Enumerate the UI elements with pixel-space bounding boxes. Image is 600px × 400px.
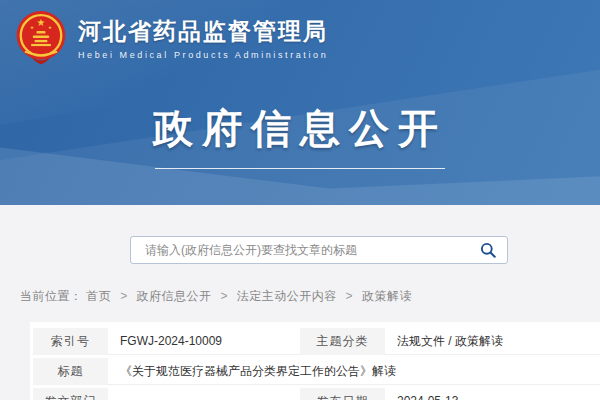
title-value: 《关于规范医疗器械产品分类界定工作的公告》解读 — [108, 358, 600, 385]
issuing-department-label: 发文部门 — [33, 388, 108, 400]
breadcrumb-separator: > — [120, 289, 128, 303]
svg-text:★: ★ — [48, 25, 52, 30]
site-logo[interactable]: ★ ★ ★ 河北省药品监督管理局 Hebei Medical Products … — [14, 9, 328, 69]
site-name-english: Hebei Medical Products Administration — [78, 50, 328, 60]
site-name: 河北省药品监督管理局 — [78, 18, 328, 46]
breadcrumb-item-home[interactable]: 首页 — [86, 289, 111, 303]
breadcrumb-separator: > — [220, 289, 228, 303]
publish-date-label: 发布日期 — [300, 388, 385, 400]
site-name-block: 河北省药品监督管理局 Hebei Medical Products Admini… — [78, 18, 328, 60]
index-number-value: FGWJ-2024-10009 — [108, 328, 300, 355]
index-number-label: 索引号 — [33, 328, 108, 355]
title-underline — [155, 168, 445, 169]
topic-category-value: 法规文件 / 政策解读 — [385, 328, 600, 355]
search-icon[interactable] — [480, 242, 497, 259]
breadcrumb-prefix: 当前位置： — [20, 289, 83, 303]
svg-text:★: ★ — [37, 17, 46, 28]
search-input[interactable] — [143, 242, 480, 258]
document-info-table: 索引号 FGWJ-2024-10009 主题分类 法规文件 / 政策解读 标题 … — [33, 325, 600, 400]
breadcrumb-separator: > — [346, 289, 354, 303]
breadcrumb: 当前位置： 首页 > 政府信息公开 > 法定主动公开内容 > 政策解读 — [20, 288, 412, 305]
publish-date-value: 2024-05-13 — [385, 388, 600, 400]
issuing-department-value — [108, 388, 300, 400]
china-national-emblem-icon: ★ ★ ★ — [14, 9, 68, 69]
svg-text:★: ★ — [30, 25, 34, 30]
page: { "header": { "site_name": "河北省药品监督管理局",… — [0, 0, 600, 400]
hero-banner: ★ ★ ★ 河北省药品监督管理局 Hebei Medical Products … — [0, 0, 600, 205]
search-box[interactable] — [130, 236, 508, 264]
page-title: 政府信息公开 — [0, 101, 600, 156]
breadcrumb-item-policy-interpretation[interactable]: 政策解读 — [362, 289, 412, 303]
breadcrumb-item-gov-info[interactable]: 政府信息公开 — [137, 289, 212, 303]
document-info-card: 索引号 FGWJ-2024-10009 主题分类 法规文件 / 政策解读 标题 … — [30, 322, 600, 400]
table-row: 标题 《关于规范医疗器械产品分类界定工作的公告》解读 — [33, 358, 600, 385]
topic-category-label: 主题分类 — [300, 328, 385, 355]
title-label: 标题 — [33, 358, 108, 385]
breadcrumb-item-disclosure-content[interactable]: 法定主动公开内容 — [237, 289, 337, 303]
content-section: 当前位置： 首页 > 政府信息公开 > 法定主动公开内容 > 政策解读 索引号 … — [0, 205, 600, 400]
table-row: 发文部门 发布日期 2024-05-13 — [33, 388, 600, 400]
table-row: 索引号 FGWJ-2024-10009 主题分类 法规文件 / 政策解读 — [33, 328, 600, 355]
